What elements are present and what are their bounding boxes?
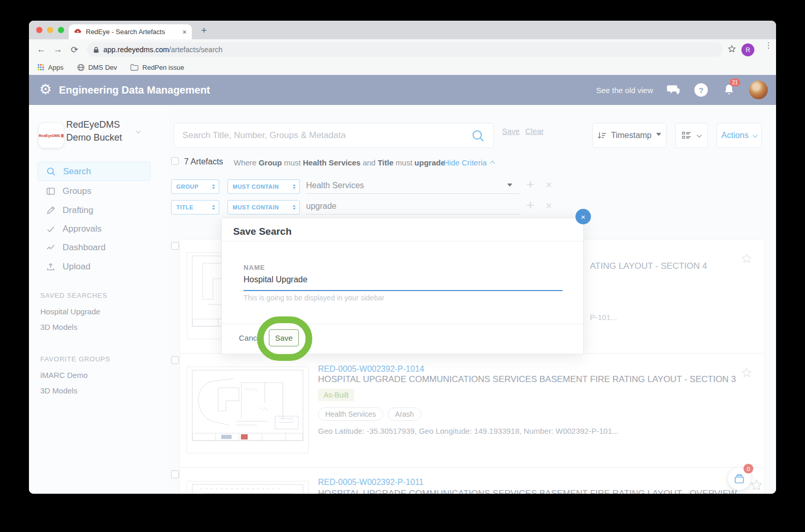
remove-criteria-icon[interactable]: × — [545, 199, 552, 212]
basket-count-badge: 0 — [743, 464, 753, 474]
chevron-down-icon — [697, 132, 702, 138]
url-domain: app.redeyedms.com — [103, 45, 169, 54]
card-checkbox[interactable] — [171, 470, 179, 478]
add-criteria-icon[interactable]: + — [526, 176, 534, 192]
app-header: ⚙ Engineering Data Management See the ol… — [29, 75, 776, 105]
search-input[interactable] — [183, 124, 462, 147]
criteria-summary: WhereGroupmustHealth ServicesandTitlemus… — [234, 158, 447, 167]
bucket-logo-mark — [61, 134, 64, 138]
field-select-group[interactable]: GROUP — [171, 179, 219, 194]
favorite-group-imarc-demo[interactable]: iMARC Demo — [40, 371, 88, 379]
check-icon — [46, 224, 55, 234]
artefact-title: HOSPITAL UPGRADE COMMUNICATIONS SERVICES… — [318, 489, 737, 494]
favorite-star-icon[interactable] — [741, 253, 752, 264]
artefact-meta-fragment: P-101... — [590, 313, 617, 322]
select-all-checkbox[interactable] — [171, 157, 179, 165]
new-tab-button[interactable]: + — [201, 25, 207, 36]
view-mode-button[interactable] — [675, 123, 708, 148]
saved-search-hospital-upgrade[interactable]: Hospital Upgrade — [40, 307, 100, 316]
bookmark-label: RedPen issue — [142, 64, 184, 71]
chart-line-icon — [46, 243, 55, 252]
saved-search-3d-models[interactable]: 3D Models — [40, 323, 78, 331]
remove-criteria-icon[interactable]: × — [545, 178, 552, 192]
operator-select[interactable]: MUST CONTAIN — [227, 200, 300, 215]
sidebar-item-label: Dashboard — [63, 242, 105, 253]
card-checkbox[interactable] — [171, 242, 179, 250]
sidebar-item-search[interactable]: Search — [38, 162, 150, 181]
favorite-group-3d-models[interactable]: 3D Models — [40, 386, 78, 395]
tag-pill: Health Services — [318, 407, 383, 421]
app-logo-gear-icon: ⚙ — [39, 81, 52, 98]
name-label: NAME — [244, 264, 265, 271]
forward-button[interactable]: → — [50, 44, 66, 55]
tab-close-icon[interactable]: × — [183, 28, 187, 36]
help-button[interactable]: ? — [693, 82, 709, 98]
user-avatar[interactable] — [749, 81, 768, 99]
hide-criteria-link[interactable]: Hide Criteria — [444, 158, 494, 167]
redeye-favicon — [74, 28, 82, 36]
sidebar-item-drafting[interactable]: Drafting — [38, 201, 150, 220]
clear-search-link[interactable]: Clear — [525, 127, 544, 135]
sort-button-label: Timestamp — [611, 131, 652, 140]
chevron-down-icon — [752, 132, 757, 138]
maximize-window-button[interactable] — [58, 27, 64, 33]
artefact-number-link[interactable]: RED-0005-W002392-P-1014 — [318, 364, 424, 374]
sort-button[interactable]: Timestamp — [593, 123, 666, 148]
bucket-chevron-icon[interactable] — [136, 128, 141, 133]
bookmark-star-icon[interactable] — [727, 44, 736, 53]
bucket-logo-text: RedEyeDMS — [39, 134, 60, 138]
browser-tab[interactable]: RedEye - Search Artefacts × — [69, 24, 192, 39]
bookmark-apps[interactable]: Apps — [37, 64, 64, 71]
sidebar-item-dashboard[interactable]: Dashboard — [38, 238, 150, 257]
browser-menu-icon[interactable]: ⋮ — [765, 43, 770, 48]
lock-icon — [93, 47, 99, 53]
criteria-value-group[interactable]: Health Services — [306, 181, 364, 190]
back-button[interactable]: ← — [33, 44, 50, 55]
pencil-icon — [46, 206, 55, 215]
saved-searches-title: SAVED SEARCHES — [40, 292, 107, 299]
actions-button[interactable]: Actions — [717, 123, 762, 148]
field-select-title[interactable]: TITLE — [171, 200, 219, 215]
annotation-ring — [257, 316, 312, 361]
dropdown-caret-icon[interactable] — [507, 184, 512, 189]
drawing-thumbnail[interactable] — [187, 367, 309, 453]
notifications-button[interactable]: 21 — [721, 82, 737, 98]
chevron-up-icon — [490, 161, 495, 166]
save-search-link[interactable]: Save — [502, 127, 520, 135]
name-field[interactable] — [244, 275, 563, 291]
url-bar[interactable]: app.redeyedms.com/artefacts/search — [87, 42, 723, 57]
favorite-star-icon[interactable] — [741, 367, 752, 378]
archive-box-icon — [733, 473, 746, 484]
artefact-number-link[interactable]: RED-0005-W002392-P-1011 — [318, 478, 423, 487]
bookmark-dms-dev[interactable]: DMS Dev — [77, 64, 117, 71]
status-badge: As-Built — [318, 389, 354, 401]
minimize-window-button[interactable] — [47, 27, 53, 33]
upload-icon — [46, 262, 55, 271]
browser-tab-strip: RedEye - Search Artefacts × + — [29, 21, 776, 39]
sidebar-item-upload[interactable]: Upload — [38, 257, 150, 276]
add-criteria-icon[interactable]: + — [526, 197, 534, 213]
see-old-view-link[interactable]: See the old view — [596, 86, 653, 95]
modal-close-button[interactable]: × — [575, 209, 591, 224]
chat-button[interactable] — [665, 82, 681, 98]
bucket-name[interactable]: RedEyeDMSDemo Bucket — [66, 118, 122, 144]
operator-select[interactable]: MUST CONTAIN — [227, 179, 300, 194]
sidebar-item-approvals[interactable]: Approvals — [38, 219, 150, 238]
helper-text: This is going to be displayed in your si… — [244, 294, 384, 302]
chat-icon — [666, 84, 680, 96]
bookmark-redpen-issue[interactable]: RedPen issue — [130, 64, 184, 71]
bookmark-label: DMS Dev — [88, 64, 117, 71]
browser-profile-avatar[interactable]: R — [741, 43, 754, 56]
drawing-thumbnail[interactable] — [187, 481, 309, 494]
card-checkbox[interactable] — [171, 356, 179, 364]
sidebar-item-groups[interactable]: Groups — [38, 181, 150, 201]
close-window-button[interactable] — [36, 27, 42, 33]
list-view-icon — [682, 131, 691, 140]
folder-icon — [130, 64, 139, 71]
criteria-value-title[interactable]: upgrade — [306, 202, 337, 211]
search-submit-icon[interactable] — [472, 129, 485, 143]
reload-button[interactable]: ⟳ — [66, 44, 83, 55]
notification-badge: 21 — [730, 79, 740, 86]
sidebar-item-label: Drafting — [63, 205, 94, 216]
bucket-logo: RedEyeDMS — [39, 123, 64, 148]
